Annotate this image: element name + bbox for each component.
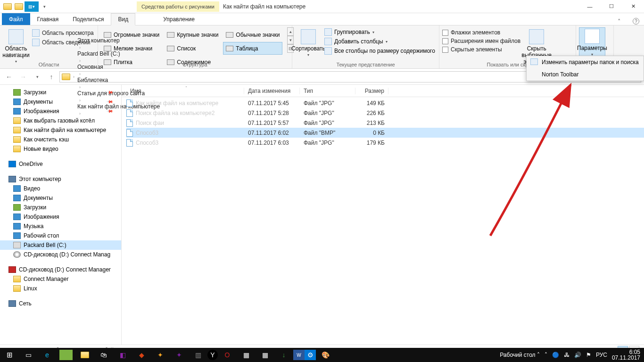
tree-item[interactable]: Изображения <box>0 107 121 116</box>
tree-item[interactable]: Загрузки <box>0 88 121 97</box>
add-columns-button[interactable]: Добавить столбцы▾ <box>324 38 435 45</box>
tree-item[interactable]: Как очистить кэш <box>0 135 121 144</box>
ribbon-group-currentview: Сортировать▾ Группировать▾ Добавить стол… <box>292 25 439 68</box>
tree-item[interactable]: Видео <box>0 184 121 193</box>
hidden-items-check[interactable]: Скрытые элементы <box>442 46 520 53</box>
task-view-icon[interactable]: ▭ <box>19 348 38 362</box>
autosize-columns-button[interactable]: Все столбцы по размеру содержимого <box>324 47 435 55</box>
tree-onedrive[interactable]: OneDrive <box>0 159 121 169</box>
tree-item[interactable]: Как найти файл на компьютере <box>0 125 121 135</box>
dropdown-folder-options[interactable]: Изменить параметры папок и поиска <box>527 56 644 68</box>
tray-flag-icon[interactable]: ⚑ <box>586 352 591 358</box>
file-row[interactable]: Как найти файл на компьютере07.11.2017 5… <box>126 98 644 108</box>
options-dropdown: Изменить параметры папок и поиска Norton… <box>526 56 644 81</box>
tree-item[interactable]: Загрузки <box>0 203 121 212</box>
col-header-name[interactable]: Имя˄ <box>126 88 244 94</box>
tree-item[interactable]: Как выбрать газовый котёл <box>0 116 121 125</box>
group-label: Текущее представление <box>292 62 439 67</box>
taskbar-app-icon[interactable] <box>59 350 73 360</box>
col-header-type[interactable]: Тип <box>300 88 355 94</box>
taskbar-paint-icon[interactable]: 🎨 <box>316 348 335 362</box>
breadcrumb-item[interactable]: Библиотека <box>77 77 160 83</box>
taskbar-yandex-icon[interactable]: Y <box>207 350 218 360</box>
nav-recent-button[interactable]: ▾ <box>31 71 43 83</box>
tray-up-icon[interactable]: ˄ <box>545 352 547 358</box>
tree-item[interactable]: Документы <box>0 193 121 203</box>
folder-icon <box>62 74 70 80</box>
tree-item[interactable]: Изображения <box>0 212 121 222</box>
col-header-size[interactable]: Размер <box>355 88 388 94</box>
tree-item[interactable]: CD-дисковод (D:) Connect Manag <box>0 250 121 259</box>
taskbar-app6-icon[interactable]: ▥ <box>189 348 207 362</box>
show-desktop-button[interactable]: Рабочий стол ˄ <box>500 352 540 358</box>
taskbar-app2-icon[interactable]: ◧ <box>113 348 132 362</box>
title-bar: ▧▾ ▾ Средства работы с рисунками Как най… <box>0 0 644 13</box>
item-checkboxes-check[interactable]: Флажки элементов <box>442 29 520 36</box>
dropdown-norton-toolbar[interactable]: Norton Toolbar <box>527 68 644 81</box>
details-pane-check[interactable]: Область сведений <box>32 39 94 46</box>
tree-this-pc[interactable]: Этот компьютер <box>0 174 121 184</box>
main-area: ЗагрузкиДокументыИзображенияКак выбрать … <box>0 85 644 345</box>
taskbar-word-icon[interactable]: W <box>293 350 305 360</box>
tab-manage[interactable]: Управление <box>156 13 202 25</box>
file-row[interactable]: Способ307.11.2017 6:02Файл "BMP"0 КБ <box>126 128 644 138</box>
group-label: Структура <box>98 62 292 67</box>
layout-huge[interactable]: Огромные значки <box>101 28 162 41</box>
layout-large[interactable]: Крупные значки <box>164 28 221 41</box>
tab-share[interactable]: Поделиться <box>66 13 111 25</box>
tree-item[interactable]: Connect Manager <box>0 274 121 284</box>
file-rows: Как найти файл на компьютере07.11.2017 5… <box>122 97 644 148</box>
qat-image-icon[interactable]: ▧▾ <box>25 1 39 12</box>
file-ext-check[interactable]: Расширения имен файлов <box>442 38 520 44</box>
taskbar-app7-icon[interactable]: ▦ <box>237 348 256 362</box>
tree-item[interactable]: Музыка <box>0 222 121 231</box>
nav-back-button[interactable]: ← <box>3 71 15 83</box>
col-header-date[interactable]: Дата изменения <box>244 88 300 94</box>
layout-normal[interactable]: Обычные значки <box>223 28 282 41</box>
taskbar-app3-icon[interactable]: ◆ <box>132 348 151 362</box>
taskbar-app8-icon[interactable]: ▦ <box>256 348 274 362</box>
taskbar-app4-icon[interactable]: ✦ <box>151 348 170 362</box>
taskbar-explorer-icon[interactable] <box>75 348 94 362</box>
qat-pin-icon[interactable] <box>13 1 25 12</box>
column-headers: Имя˄ Дата изменения Тип Размер <box>122 85 644 97</box>
tab-file[interactable]: Файл <box>2 13 30 25</box>
tray-lang[interactable]: РУС <box>596 352 607 358</box>
taskbar-app5-icon[interactable]: ✦ <box>170 348 189 362</box>
layout-table[interactable]: Таблица <box>223 42 282 55</box>
layout-list[interactable]: Список <box>164 42 221 55</box>
taskbar-opera-icon[interactable]: O <box>218 348 237 362</box>
close-button[interactable]: ✕ <box>622 0 644 13</box>
tray-bt-icon[interactable]: 🔵 <box>552 352 559 358</box>
tab-view[interactable]: Вид <box>111 13 135 25</box>
tree-item[interactable]: Linux <box>0 284 121 293</box>
taskbar-edge-icon[interactable]: e <box>38 348 57 362</box>
file-row[interactable]: Способ307.11.2017 6:03Файл "JPG"179 КБ <box>126 138 644 148</box>
qat-dropdown-icon[interactable]: ▾ <box>39 1 50 12</box>
layout-small[interactable]: Мелкие значки <box>101 42 162 55</box>
taskbar-app9-icon[interactable]: ↓ <box>274 348 293 362</box>
file-row[interactable]: Поиск фаи07.11.2017 5:57Файл "JPG"213 КБ <box>126 118 644 128</box>
minimize-button[interactable]: — <box>579 0 601 13</box>
nav-up-button[interactable]: ↑ <box>45 71 58 83</box>
tray-net-icon[interactable]: 🖧 <box>564 352 570 358</box>
taskbar-store-icon[interactable]: 🛍 <box>94 348 113 362</box>
tree-network[interactable]: Сеть <box>0 299 121 308</box>
group-by-button[interactable]: Группировать▾ <box>324 28 435 36</box>
start-button[interactable]: ⊞ <box>0 348 19 362</box>
tray-clock[interactable]: 6:0507.11.2017 <box>612 349 640 361</box>
tree-cd2[interactable]: CD-дисковод (D:) Connect Manager <box>0 265 121 274</box>
preview-pane-check[interactable]: Область просмотра <box>32 29 94 37</box>
tree-item[interactable]: Рабочий стол <box>0 231 121 240</box>
ribbon-collapse[interactable]: ˄ ? <box>618 18 644 25</box>
tree-item[interactable]: Новые видео <box>0 144 121 154</box>
tree-item[interactable]: Packard Bell (C:) <box>0 240 121 250</box>
file-row[interactable]: Поиск файла на компьютере207.11.2017 5:2… <box>126 108 644 118</box>
tab-home[interactable]: Главная <box>30 13 66 25</box>
taskbar-settings-icon[interactable]: ⚙ <box>305 350 316 360</box>
nav-forward-button[interactable]: → <box>17 71 29 83</box>
maximize-button[interactable]: ☐ <box>601 0 622 13</box>
folder-icon[interactable] <box>2 1 13 12</box>
tray-vol-icon[interactable]: 🔊 <box>574 352 581 358</box>
tree-item[interactable]: Документы <box>0 97 121 107</box>
